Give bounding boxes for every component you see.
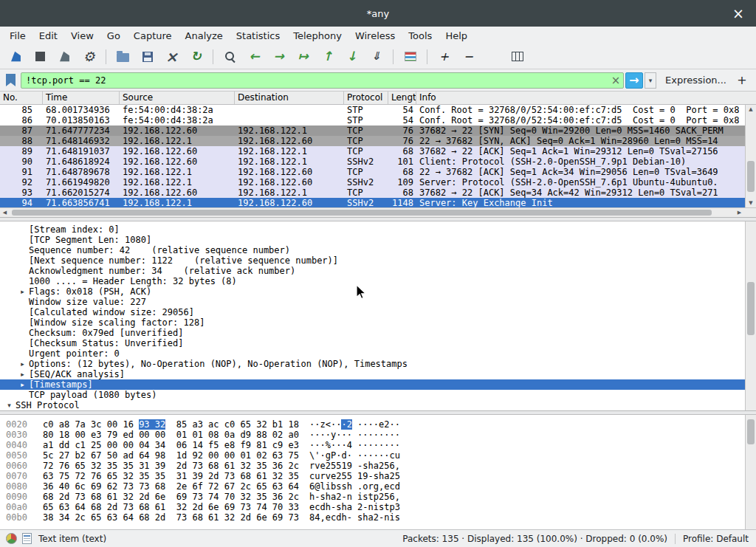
stop-capture-button[interactable] xyxy=(29,47,52,67)
menu-item-telephony[interactable]: Telephony xyxy=(286,29,348,43)
zoom-in-button[interactable] xyxy=(433,47,456,67)
filter-bookmark-icon[interactable] xyxy=(6,74,16,86)
start-capture-button[interactable] xyxy=(4,47,27,67)
packet-row[interactable]: 8670.013850163fe:54:00:d4:38:2aSTP54Conf… xyxy=(0,115,756,125)
detail-line[interactable]: Urgent pointer: 0 xyxy=(0,348,756,359)
hex-row[interactable]: 00505c 27 b2 67 50 ad 64 98 1d 92 00 00 … xyxy=(6,450,756,461)
auto-scroll-button[interactable] xyxy=(365,47,388,67)
detail-line[interactable]: [Next sequence number: 1122 (relative se… xyxy=(0,255,756,266)
display-filter-input[interactable]: !tcp.port == 22 × xyxy=(21,72,624,89)
find-packet-button[interactable] xyxy=(219,47,241,67)
column-header-protocol[interactable]: Protocol xyxy=(344,92,388,104)
go-back-button[interactable] xyxy=(243,47,266,67)
expander-icon[interactable]: ▸ xyxy=(16,286,29,297)
packet-list-vscrollbar[interactable]: ▲ ▼ xyxy=(745,105,756,207)
detail-line[interactable]: ▸[SEQ/ACK analysis] xyxy=(0,369,756,379)
detail-line[interactable]: TCP payload (1080 bytes) xyxy=(0,390,756,400)
detail-line[interactable]: 1000 .... = Header Length: 32 bytes (8) xyxy=(0,276,756,286)
hex-row[interactable]: 003080 18 00 e3 79 ed 00 00 01 01 08 0a … xyxy=(6,430,756,440)
hex-row[interactable]: 0020c0 a8 7a 3c 00 16 93 32 85 a3 ac c0 … xyxy=(6,419,756,430)
zoom-out-button[interactable] xyxy=(457,47,480,67)
hex-vscrollbar[interactable] xyxy=(745,415,756,529)
details-vscrollbar[interactable] xyxy=(745,221,756,410)
menu-item-tools[interactable]: Tools xyxy=(402,29,439,43)
column-header-time[interactable]: Time xyxy=(43,92,120,104)
packet-row[interactable]: 9171.648789678192.168.122.1192.168.122.6… xyxy=(0,167,756,177)
packet-row[interactable]: 8771.647777234192.168.122.60192.168.122.… xyxy=(0,125,756,136)
capture-options-button[interactable] xyxy=(78,47,100,67)
expander-icon[interactable]: ▾ xyxy=(3,400,16,410)
go-forward-button[interactable] xyxy=(267,47,290,67)
display-filter-value[interactable]: !tcp.port == 22 xyxy=(21,75,608,86)
scroll-left-icon[interactable]: ◀ xyxy=(0,208,10,217)
packet-row[interactable]: 9371.662015274192.168.122.60192.168.122.… xyxy=(0,188,756,198)
packet-list-hscrollbar[interactable]: ◀ ▶ xyxy=(0,207,756,217)
column-header-no[interactable]: No. xyxy=(0,92,43,104)
menu-item-wireless[interactable]: Wireless xyxy=(348,29,402,43)
menu-item-capture[interactable]: Capture xyxy=(127,29,179,43)
packet-row[interactable]: 8971.648191037192.168.122.60192.168.122.… xyxy=(0,146,756,156)
go-to-bottom-button[interactable] xyxy=(340,47,363,67)
add-filter-button[interactable]: + xyxy=(734,72,750,89)
hex-row[interactable]: 007063 75 72 76 65 32 35 35 31 39 2d 73 … xyxy=(6,471,756,481)
restart-capture-button[interactable] xyxy=(53,47,76,67)
detail-line[interactable]: Sequence number: 42 (relative sequence n… xyxy=(0,245,756,255)
scroll-right-icon[interactable]: ▶ xyxy=(735,208,744,217)
menu-item-analyze[interactable]: Analyze xyxy=(179,29,230,43)
menu-item-go[interactable]: Go xyxy=(100,29,127,43)
expander-icon[interactable]: ▸ xyxy=(16,410,29,411)
filter-clear-icon[interactable]: × xyxy=(608,74,623,87)
detail-line[interactable]: ▸[Timestamps] xyxy=(0,379,756,390)
reload-button[interactable] xyxy=(185,47,207,67)
column-header-info[interactable]: Info xyxy=(416,92,756,104)
expert-info-icon[interactable] xyxy=(6,533,17,544)
hex-row[interactable]: 008036 40 6c 69 62 73 73 68 2e 6f 72 67 … xyxy=(6,481,756,492)
detail-line[interactable]: Acknowledgment number: 34 (relative ack … xyxy=(0,266,756,276)
column-header-destination[interactable]: Destination xyxy=(235,92,344,104)
packet-row[interactable]: 8568.001734936fe:54:00:d4:38:2aSTP54Conf… xyxy=(0,105,756,115)
packet-row[interactable]: 8871.648146932192.168.122.1192.168.122.6… xyxy=(0,136,756,146)
detail-line[interactable]: [Window size scaling factor: 128] xyxy=(0,317,756,328)
menu-item-edit[interactable]: Edit xyxy=(32,29,64,43)
hex-row[interactable]: 009068 2d 73 68 61 32 2d 6e 69 73 74 70 … xyxy=(6,492,756,502)
resize-columns-button[interactable] xyxy=(506,47,529,67)
profile-text[interactable]: Profile: Default xyxy=(683,534,749,544)
details-scroll-handle[interactable] xyxy=(747,282,755,335)
detail-line[interactable]: ▾SSH Protocol xyxy=(0,400,756,410)
detail-line[interactable]: ▸SSH Version 2 (encryption:chacha20-poly… xyxy=(0,410,756,411)
capture-comment-icon[interactable] xyxy=(22,533,32,544)
packet-row[interactable]: 9471.663856741192.168.122.1192.168.122.6… xyxy=(0,198,756,208)
filter-dropdown-icon[interactable]: ▾ xyxy=(645,72,656,89)
detail-line[interactable]: ▸Flags: 0x018 (PSH, ACK) xyxy=(0,286,756,297)
packet-list-hscroll-handle[interactable] xyxy=(12,210,712,216)
packet-row[interactable]: 9271.661949820192.168.122.1192.168.122.6… xyxy=(0,177,756,188)
detail-line[interactable]: [Calculated window size: 29056] xyxy=(0,307,756,317)
colorize-button[interactable] xyxy=(399,47,422,67)
expression-button[interactable]: Expression... xyxy=(665,75,726,86)
detail-line[interactable]: Checksum: 0x79ed [unverified] xyxy=(0,328,756,338)
packet-list-scroll-handle[interactable] xyxy=(747,161,755,192)
filter-apply-icon[interactable]: → xyxy=(625,72,643,89)
scroll-down-icon[interactable]: ▼ xyxy=(746,199,756,207)
hex-row[interactable]: 006072 76 65 32 35 35 31 39 2d 73 68 61 … xyxy=(6,461,756,471)
zoom-original-button[interactable] xyxy=(481,47,504,67)
menu-item-view[interactable]: View xyxy=(64,29,100,43)
menu-item-file[interactable]: File xyxy=(3,29,32,43)
close-window-icon[interactable]: × xyxy=(728,0,749,27)
scroll-up-icon[interactable]: ▲ xyxy=(746,105,756,114)
hex-row[interactable]: 00a065 63 64 68 2d 73 68 61 32 2d 6e 69 … xyxy=(6,502,756,512)
go-to-packet-button[interactable] xyxy=(292,47,315,67)
hex-row[interactable]: 00b038 34 2c 65 63 64 68 2d 73 68 61 32 … xyxy=(6,512,756,523)
expander-icon[interactable]: ▸ xyxy=(16,379,29,390)
column-header-source[interactable]: Source xyxy=(120,92,235,104)
packet-row[interactable]: 9071.648618924192.168.122.60192.168.122.… xyxy=(0,156,756,167)
detail-line[interactable]: [Checksum Status: Unverified] xyxy=(0,338,756,348)
expander-icon[interactable]: ▸ xyxy=(16,359,29,369)
detail-line[interactable]: ▸Options: (12 bytes), No-Operation (NOP)… xyxy=(0,359,756,369)
detail-line[interactable]: Window size value: 227 xyxy=(0,297,756,307)
detail-line[interactable]: [TCP Segment Len: 1080] xyxy=(0,235,756,245)
detail-line[interactable]: [Stream index: 0] xyxy=(0,224,756,235)
menu-item-statistics[interactable]: Statistics xyxy=(230,29,286,43)
hex-row[interactable]: 0040a1 dd c1 25 00 00 04 34 06 14 f5 e8 … xyxy=(6,440,756,450)
save-file-button[interactable] xyxy=(136,47,159,67)
